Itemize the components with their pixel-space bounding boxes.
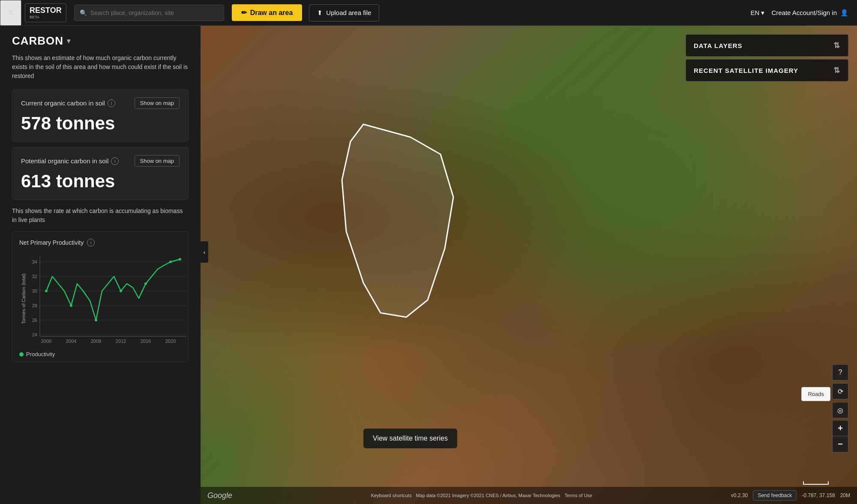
- satellite-imagery-panel: RECENT SATELLITE IMAGERY ⇅: [686, 59, 848, 81]
- draw-area-label: Draw an area: [250, 9, 293, 17]
- language-button[interactable]: EN ▾: [751, 9, 765, 17]
- satellite-imagery-label: RECENT SATELLITE IMAGERY: [694, 67, 798, 74]
- svg-point-23: [95, 319, 97, 321]
- drawn-polygon-overlay: [201, 26, 857, 504]
- scale-line: [803, 481, 829, 485]
- pencil-icon: ✏: [241, 9, 247, 17]
- legend-dot: [19, 352, 24, 357]
- map-bottom-bar: Google Keyboard shortcuts Map data ©2021…: [201, 487, 857, 504]
- help-button[interactable]: ?: [832, 364, 848, 381]
- potential-carbon-value: 613 tonnes: [21, 171, 180, 192]
- data-layers-header[interactable]: DATA LAYERS ⇅: [686, 35, 848, 56]
- chevron-down-icon: ▾: [761, 9, 764, 17]
- view-satellite-time-series-button[interactable]: View satellite time series: [363, 429, 457, 448]
- satellite-background: DATA LAYERS ⇅ RECENT SATELLITE IMAGERY ⇅…: [201, 26, 857, 504]
- svg-point-22: [70, 304, 72, 307]
- svg-text:34: 34: [32, 259, 37, 264]
- zoom-in-button[interactable]: +: [832, 420, 848, 436]
- logo-beta: BETA: [30, 15, 62, 19]
- map-version: v0.2.30: [731, 492, 748, 498]
- chart-legend: Productivity: [19, 351, 181, 357]
- legend-label: Productivity: [26, 351, 55, 357]
- google-logo: Google: [207, 491, 232, 500]
- map-right-buttons: ? ⟳ ◎: [832, 364, 848, 418]
- section-arrow[interactable]: ▾: [67, 37, 71, 45]
- search-area[interactable]: 🔍: [74, 5, 224, 21]
- logo: RESTOR BETA: [25, 3, 66, 22]
- history-button[interactable]: ⟳: [832, 383, 848, 399]
- upload-area-button[interactable]: ⬆ Upload area file: [309, 4, 379, 21]
- map-bottom-center: Keyboard shortcuts Map data ©2021 Imager…: [371, 493, 593, 498]
- svg-point-21: [45, 290, 48, 292]
- lang-text: EN: [751, 9, 760, 16]
- section-title-text: CARBON: [12, 34, 63, 48]
- svg-text:2020: 2020: [165, 339, 176, 344]
- map-coordinates-area: v0.2.30 Send feedback -0.787, 37.158 20M: [731, 490, 850, 501]
- logo-text: RESTOR: [30, 6, 62, 14]
- current-carbon-label-text: Current organic carbon in soil: [21, 99, 105, 107]
- current-carbon-header: Current organic carbon in soil i Show on…: [21, 97, 180, 109]
- upload-icon: ⬆: [317, 9, 323, 17]
- svg-text:2016: 2016: [141, 339, 151, 344]
- feedback-button[interactable]: Send feedback: [753, 490, 797, 501]
- svg-text:2000: 2000: [41, 339, 51, 344]
- data-layers-label: DATA LAYERS: [694, 42, 743, 49]
- keyboard-shortcuts[interactable]: Keyboard shortcuts: [371, 493, 412, 498]
- menu-icon: ☰: [8, 9, 13, 16]
- data-layers-panel: DATA LAYERS ⇅: [686, 34, 848, 57]
- menu-button[interactable]: ☰: [0, 0, 21, 26]
- left-arrow-icon: ‹: [204, 249, 205, 255]
- section-description: This shows an estimate of how much organ…: [12, 54, 189, 81]
- roads-button[interactable]: Roads: [801, 387, 830, 401]
- location-icon: ◎: [837, 406, 843, 414]
- current-carbon-card: Current organic carbon in soil i Show on…: [12, 89, 189, 142]
- chart-info-icon[interactable]: i: [87, 239, 95, 246]
- current-carbon-value: 578 tonnes: [21, 113, 180, 134]
- potential-carbon-card: Potential organic carbon in soil i Show …: [12, 147, 189, 200]
- map-area: DATA LAYERS ⇅ RECENT SATELLITE IMAGERY ⇅…: [201, 26, 857, 504]
- productivity-chart-container: Net Primary Productivity i Tonnes of Car…: [12, 231, 189, 362]
- svg-text:2008: 2008: [91, 339, 101, 344]
- satellite-imagery-header[interactable]: RECENT SATELLITE IMAGERY ⇅: [686, 60, 848, 81]
- svg-marker-28: [342, 124, 453, 317]
- terms-of-use[interactable]: Terms of Use: [564, 493, 592, 498]
- draw-area-button[interactable]: ✏ Draw an area: [232, 4, 303, 21]
- potential-carbon-info-icon[interactable]: i: [111, 157, 119, 165]
- signin-button[interactable]: Create Account/Sign in 👤: [771, 9, 848, 17]
- chart-area: Tonnes of Carbon (total) 34 32 30 28 26 …: [19, 252, 181, 348]
- current-carbon-info-icon[interactable]: i: [108, 99, 115, 107]
- signin-label: Create Account/Sign in: [771, 9, 837, 16]
- sidebar-toggle-button[interactable]: ‹: [201, 241, 208, 263]
- section-title: CARBON ▾: [12, 34, 189, 48]
- location-button[interactable]: ◎: [832, 402, 848, 418]
- user-icon: 👤: [840, 9, 848, 17]
- zoom-buttons: + −: [832, 420, 848, 453]
- scale-bar: [803, 481, 829, 485]
- search-icon: 🔍: [80, 9, 87, 16]
- search-input[interactable]: [90, 9, 219, 16]
- current-carbon-label: Current organic carbon in soil i: [21, 99, 115, 107]
- chart-title-row: Net Primary Productivity i: [19, 239, 181, 246]
- map-attribution: Map data ©2021 Imagery ©2021 CNES / Airb…: [416, 493, 560, 498]
- svg-point-26: [169, 261, 172, 263]
- svg-text:2012: 2012: [116, 339, 126, 344]
- svg-text:28: 28: [32, 303, 37, 308]
- satellite-imagery-chevron-icon: ⇅: [833, 66, 840, 75]
- map-coords: -0.787, 37.158: [802, 492, 835, 498]
- current-carbon-show-map-button[interactable]: Show on map: [135, 97, 180, 109]
- zoom-out-button[interactable]: −: [832, 436, 848, 453]
- svg-point-25: [144, 282, 147, 285]
- data-layers-chevron-icon: ⇅: [833, 41, 840, 50]
- svg-text:30: 30: [32, 288, 37, 294]
- potential-carbon-label-text: Potential organic carbon in soil: [21, 157, 108, 165]
- potential-carbon-show-map-button[interactable]: Show on map: [135, 155, 180, 167]
- upload-area-label: Upload area file: [326, 9, 371, 16]
- minus-icon: −: [838, 439, 843, 449]
- svg-text:24: 24: [32, 332, 37, 337]
- map-controls: DATA LAYERS ⇅ RECENT SATELLITE IMAGERY ⇅: [686, 34, 848, 84]
- plus-icon: +: [838, 423, 843, 433]
- header: ☰ RESTOR BETA 🔍 ✏ Draw an area ⬆ Upload …: [0, 0, 857, 26]
- svg-text:2004: 2004: [66, 339, 76, 344]
- svg-text:Tonnes of Carbon (total): Tonnes of Carbon (total): [21, 273, 26, 324]
- svg-text:32: 32: [32, 274, 37, 279]
